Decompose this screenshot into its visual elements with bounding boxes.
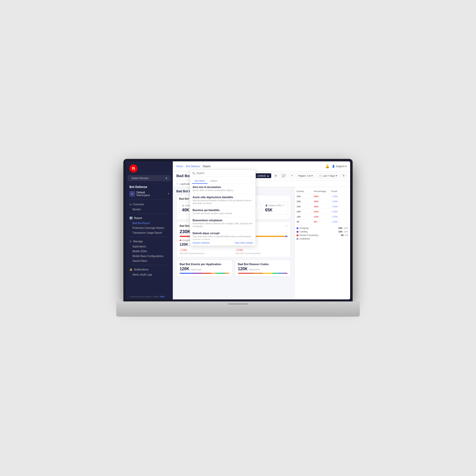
support-icon: 👤 — [332, 165, 335, 168]
table-row: 32K 28% ↑ 2.5% — [297, 194, 348, 199]
dropdown-item-1[interactable]: Austo odio dignissimos blanditiis Sed do… — [190, 194, 256, 207]
breadcrumb-home[interactable]: Home — [176, 165, 183, 168]
main-content: Home › Bot Defense › Report 🔔 👤 — [173, 161, 350, 299]
namespace-chevron: ▾ — [168, 192, 169, 195]
dropdown-item-0[interactable]: Aero eos et accusamus Ipsum dolor sit am… — [190, 184, 256, 194]
flagged-prev: Was 25K in previous period — [236, 252, 288, 254]
dropdown-item-2[interactable]: Bucimus qui blanditiis Ut enim ad minim … — [190, 207, 256, 217]
footer-text: Advanced nav options visible — [129, 295, 159, 298]
grid-icon: ⊞ — [129, 203, 131, 206]
sidebar-divider-1 — [129, 200, 169, 200]
table-header: Events Percentage Trend — [297, 189, 348, 194]
comment-button[interactable]: 💬 — [280, 173, 287, 178]
pct-header: Percentage — [314, 190, 331, 193]
info-icon-4: ⓘ — [282, 204, 285, 207]
support-button[interactable]: 👤 Support ▾ — [332, 165, 347, 168]
sidebar-item-bad-bot-report[interactable]: Bad Bot Report — [126, 221, 173, 226]
sidebar-item-protection-report[interactable]: Protection Coverage Report — [126, 226, 173, 230]
select-service-dropdown[interactable]: Select Service ▾ — [128, 175, 171, 181]
time-label: Last 7 days — [322, 174, 335, 177]
clock-icon: 🕐 — [319, 174, 322, 177]
table-row: 20K 14% ↑ 2.5% — [297, 209, 348, 214]
filter-chevron: ▲ — [267, 174, 269, 177]
tab-others[interactable]: Others — [208, 178, 220, 184]
filter-options-button[interactable]: ⊟ — [273, 173, 279, 178]
logo-area: f5 — [126, 161, 173, 175]
table-body: 32K 28% ↑ 2.5% 26K 23% ↑ 2.5% — [297, 194, 348, 224]
dropdown-item-title-2: Bucimus qui blanditiis — [193, 209, 253, 212]
dropdown-search-area: 🔍 — [190, 170, 256, 177]
sidebar-item-manage[interactable]: ⚙ Manage — [126, 239, 173, 244]
info-icon-overview: ⓘ — [285, 224, 287, 228]
filter-dropdown-panel[interactable]: 🔍 My Filters Others Aero eos et accusamu… — [190, 169, 256, 246]
laptop-base — [116, 301, 360, 317]
hide-link[interactable]: Hide — [160, 295, 165, 298]
dropdown-item-title-4: Deleniti atque corrupti — [193, 232, 253, 235]
breadcrumb-section[interactable]: Bot Defense — [186, 165, 200, 168]
sidebar-item-mobile-base[interactable]: Mobile Base Configurations — [126, 254, 173, 259]
sidebar-item-overview[interactable]: ⊞ Overview — [126, 201, 173, 207]
scraping-dot — [297, 227, 298, 229]
sidebar-item-applications[interactable]: Applications — [126, 244, 173, 249]
total-bots-value: 230K — [180, 229, 191, 234]
other-bar — [285, 236, 288, 237]
bot-defense-label: Bot Defense — [126, 183, 173, 190]
region-chevron: ▾ — [311, 174, 313, 177]
filter-icon-bar: ▽ — [176, 182, 178, 185]
breadcrumb-sep-2: › — [201, 165, 202, 168]
refresh-button[interactable]: ↻ — [341, 173, 347, 178]
flagged-trend: ↑ 2.5% — [236, 249, 243, 251]
dropdown-items: Aero eos et accusamus Ipsum dolor sit am… — [190, 184, 256, 240]
region-label: Region: US — [298, 174, 311, 177]
reason-codes-title: Bad Bot Reason Codes — [238, 263, 288, 266]
time-selector[interactable]: 🕐 Last 7 days ▾ — [316, 173, 339, 178]
sidebar-item-report[interactable]: 📊 Report — [126, 215, 173, 221]
sidebar-footer: Advanced nav options visible Hide — [126, 294, 173, 299]
dropdown-item-title-0: Aero eos et accusamus — [193, 186, 253, 189]
mitigated-prev: Was 25K in previous period — [180, 252, 232, 254]
dropdown-item-desc-2: Ut enim ad minim veniam, quis nostrud. — [193, 212, 253, 215]
search-input[interactable] — [196, 172, 253, 175]
report-label: Report — [134, 216, 142, 219]
dropdown-tabs: My Filters Others — [190, 177, 256, 184]
dropdown-footer: Restore Defaults View More Details — [190, 240, 256, 246]
sidebar-item-notifications[interactable]: 🔔 Notifications — [126, 267, 173, 272]
share-button[interactable]: ↗ — [289, 173, 295, 178]
tab-my-filters[interactable]: My Filters — [192, 178, 208, 184]
namespace-area: D Default Namespace ▾ — [126, 190, 173, 198]
carding-dot — [297, 231, 298, 233]
table-row: 5K 4% ↑ 2.5% — [297, 219, 348, 224]
dropdown-item-3[interactable]: Braesentium voluptatum Exercitation ulla… — [190, 217, 256, 230]
region-selector[interactable]: Region: US ▾ — [296, 173, 315, 178]
f5-logo: f5 — [129, 164, 138, 173]
right-panel: Events Percentage Trend 32K 28% ↑ 2.5% — [294, 187, 350, 299]
legend-carding: Carding 15K 12% — [297, 230, 348, 233]
events-app-total: 120K — [180, 267, 189, 271]
monitor-icon: 🖥 — [182, 204, 184, 207]
reason-codes-total: 120K — [238, 267, 248, 271]
sidebar-item-saved-filters[interactable]: Saved Filters — [126, 259, 173, 263]
undefined-dot — [297, 238, 298, 240]
events-app-label: Total Events — [190, 268, 201, 271]
dropdown-item-4[interactable]: Deleniti atque corrupti Duis aute irure … — [190, 230, 256, 240]
events-per-app-card: Bad Bot Events per Application 120K Tota… — [176, 260, 233, 277]
sidebar-item-monitor[interactable]: Monitor — [126, 207, 173, 212]
table-row: 26K 23% ↑ 2.5% — [297, 199, 348, 204]
events-app-bar — [180, 273, 229, 274]
namespace-icon: D — [129, 191, 135, 197]
sidebar-divider-4 — [129, 265, 169, 265]
reason-codes-bar — [238, 273, 288, 274]
sidebar: f5 Select Service ▾ Bot Defense D Defaul… — [126, 161, 173, 299]
sidebar-item-transaction-report[interactable]: Transaction Usage Report — [126, 230, 173, 235]
notifications-label: Notifications — [134, 268, 148, 271]
overview-label: Overview — [133, 203, 144, 206]
events-app-title: Bad Bot Events per Application — [180, 263, 229, 266]
mitigated-dot — [180, 240, 181, 241]
sidebar-item-alerts[interactable]: Alerts, Audit Logs — [126, 272, 173, 277]
view-more-link[interactable]: View More Details — [235, 242, 253, 244]
restore-defaults-link[interactable]: Restore Defaults — [193, 242, 210, 244]
bell-icon-topbar[interactable]: 🔔 — [325, 164, 329, 168]
support-chevron: ▾ — [345, 165, 347, 168]
metric-ufps-value: 65K — [265, 208, 285, 212]
sidebar-item-mobile-sdks[interactable]: Mobile SDKs — [126, 249, 173, 254]
